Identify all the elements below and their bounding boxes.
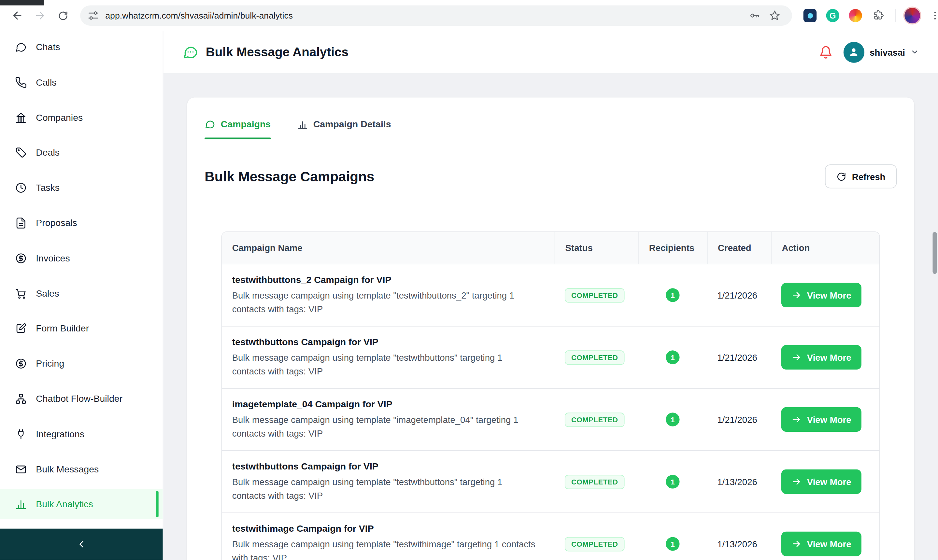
view-more-button[interactable]: View More [781,532,861,556]
screen: app.whatzcrm.com/shvasaii/admin/bulk-ana… [0,0,938,560]
column-header-created: Created [707,232,771,264]
sidebar-item-chatbot-flow-builder[interactable]: Chatbot Flow-Builder [0,384,163,414]
refresh-icon [836,171,847,182]
view-more-button[interactable]: View More [781,283,861,307]
sidebar-item-label: Chatbot Flow-Builder [36,394,122,405]
arrow-right-icon [792,477,801,487]
refresh-label: Refresh [852,171,886,182]
reload-button[interactable] [51,4,74,27]
table-row: testwithbuttons_2 Campaign for VIP Bulk … [222,264,879,326]
tab-campaigns[interactable]: Campaigns [205,119,271,139]
campaign-description: Bulk message campaign using template "te… [232,289,536,316]
url-bar[interactable]: app.whatzcrm.com/shvasaii/admin/bulk-ana… [80,6,792,26]
sidebar-item-label: Pricing [36,358,64,369]
window-edge [0,0,44,6]
table-row: testwithimage Campaign for VIP Bulk mess… [222,512,879,560]
dollar-icon [15,358,27,370]
document-icon [15,217,27,229]
arrow-right-icon [792,539,801,549]
flow-icon [15,393,27,405]
sidebar-item-label: Bulk Messages [36,464,99,474]
table-row: testwthbuttons Campaign for VIP Bulk mes… [222,326,879,388]
campaign-description: Bulk message campaign using template "te… [232,351,536,378]
back-button[interactable] [6,4,29,27]
phone-icon [15,77,27,89]
column-header-recipients: Recipients [638,232,707,264]
app-logo-icon [182,44,199,60]
extension-icon-grammarly[interactable]: G [823,6,842,25]
sidebar-item-companies[interactable]: Companies [0,103,163,132]
arrow-right-icon [792,352,801,362]
table-row: testwthbuttons Campaign for VIP Bulk mes… [222,450,879,512]
sidebar-item-calls[interactable]: Calls [0,68,163,97]
browser-menu-icon[interactable] [925,6,938,25]
sidebar-item-label: Bulk Analytics [36,499,93,509]
created-date: 1/21/2026 [717,352,757,362]
cart-icon [15,288,27,300]
column-header-campaign-name: Campaign Name [222,232,554,264]
campaign-description: Bulk message campaign using template "te… [232,475,536,502]
sidebar-item-label: Invoices [36,253,70,264]
sidebar-item-integrations[interactable]: Integrations [0,419,163,449]
campaign-name: imagetemplate_04 Campaign for VIP [232,399,554,409]
tab-label: Campaigns [221,119,271,130]
recipients-count-badge: 1 [666,537,679,551]
extensions-puzzle-icon[interactable] [869,6,888,25]
arrow-right-icon [792,414,801,425]
browser-toolbar: app.whatzcrm.com/shvasaii/admin/bulk-ana… [0,0,938,31]
password-key-icon[interactable] [744,6,764,25]
site-settings-icon[interactable] [87,9,99,22]
recipients-count-badge: 1 [666,475,679,488]
sidebar-item-tasks[interactable]: Tasks [0,173,163,203]
sidebar-item-pricing[interactable]: Pricing [0,349,163,378]
sidebar-item-deals[interactable]: Deals [0,138,163,168]
toolbar-divider [895,9,896,22]
tab-bar: Campaigns Campaign Details [205,97,896,139]
column-header-status: Status [554,232,638,264]
tab-campaign-details[interactable]: Campaign Details [297,119,391,139]
sidebar-item-label: Form Builder [36,323,89,334]
status-badge: COMPLETED [565,350,625,364]
mail-icon [15,463,27,475]
sidebar-item-bulk-messages[interactable]: Bulk Messages [0,454,163,484]
created-date: 1/13/2026 [717,538,757,549]
sidebar-item-invoices[interactable]: Invoices [0,243,163,273]
building-icon [15,112,27,124]
sidebar-collapse-button[interactable] [0,529,163,560]
view-more-button[interactable]: View More [781,469,861,494]
sidebar-item-label: Chats [36,42,60,53]
bookmark-star-icon[interactable] [764,6,785,25]
clock-icon [15,182,27,194]
sidebar-item-proposals[interactable]: Proposals [0,208,163,238]
status-badge: COMPLETED [565,412,625,426]
sidebar-item-form-builder[interactable]: Form Builder [0,314,163,343]
user-menu[interactable]: shivasai [843,42,919,63]
extension-icon-dev[interactable] [801,6,820,25]
view-more-label: View More [807,414,851,425]
sidebar-item-label: Tasks [36,183,60,193]
view-more-label: View More [807,477,851,487]
sidebar-item-sales[interactable]: Sales [0,278,163,308]
bar-chart-icon [297,119,308,130]
view-more-label: View More [807,539,851,549]
sidebar-item-bulk-analytics[interactable]: Bulk Analytics [0,489,163,519]
dollar-icon [15,252,27,265]
view-more-button[interactable]: View More [781,345,861,369]
sidebar-item-chats[interactable]: Chats [0,32,163,62]
campaign-name: testwithbuttons_2 Campaign for VIP [232,274,554,285]
table-row: imagetemplate_04 Campaign for VIP Bulk m… [222,388,879,450]
url-text[interactable]: app.whatzcrm.com/shvasaii/admin/bulk-ana… [105,11,744,20]
sidebar-item-label: Deals [36,148,60,158]
campaign-description: Bulk message campaign using template "im… [232,413,536,440]
refresh-button[interactable]: Refresh [825,165,896,188]
created-date: 1/13/2026 [717,476,757,486]
extension-icon-color[interactable] [846,6,865,25]
forward-button[interactable] [29,4,51,27]
view-more-button[interactable]: View More [781,407,861,432]
chat-icon [15,42,27,53]
bar-chart-icon [15,498,27,511]
page-scrollbar[interactable] [932,232,937,274]
notification-bell-icon[interactable] [819,45,832,59]
view-more-label: View More [807,352,851,362]
profile-avatar[interactable] [903,6,922,25]
